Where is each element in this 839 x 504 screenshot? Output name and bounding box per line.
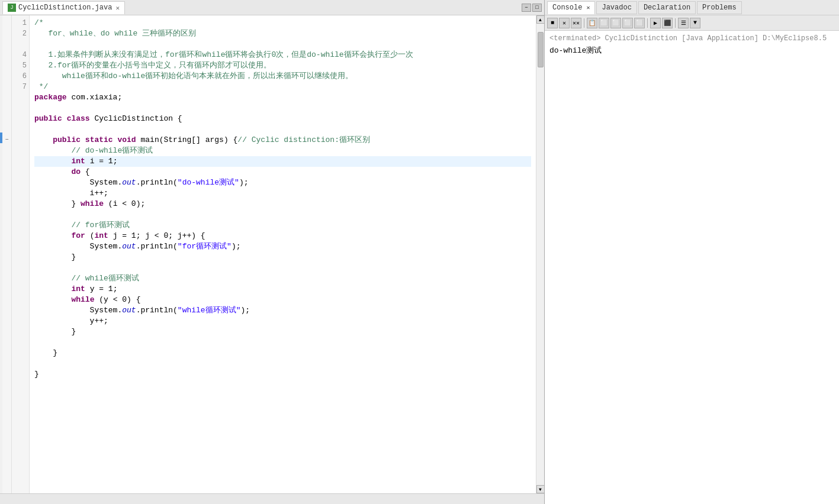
console-btn-8[interactable]: ⬜: [634, 18, 645, 28]
console-btn-3[interactable]: ✕✕: [571, 18, 581, 28]
console-tab-bar: Console ✕ Javadoc Declaration Problems: [545, 0, 839, 15]
code-line-19: [34, 209, 531, 220]
code-line-27: while (y < 0) {: [34, 295, 531, 305]
code-line-26: int y = 1;: [34, 284, 531, 295]
code-line-24: [34, 263, 531, 273]
code-line-15: do {: [34, 167, 531, 177]
scroll-arrow-down[interactable]: ▼: [536, 485, 545, 493]
toolbar-sep-2: [647, 18, 648, 28]
line-num-29: [12, 316, 29, 327]
editor-scrollbar[interactable]: ▲ ▼: [536, 15, 544, 493]
code-line-5: 2.for循环的变量在小括号当中定义，只有循环内部才可以使用。: [34, 60, 531, 71]
scroll-arrow-up[interactable]: ▲: [536, 15, 545, 24]
tab-javadoc[interactable]: Javadoc: [596, 1, 637, 14]
code-line-10: public class CyclicDistinction {: [34, 114, 531, 124]
line-num-19: [12, 209, 29, 220]
code-line-8: package com.xiaxia;: [34, 92, 531, 103]
line-num-14: [12, 156, 29, 167]
code-line-6: while循环和do-while循环初始化语句本来就在外面，所以出来循环可以继续…: [34, 71, 531, 82]
console-tab-close[interactable]: ✕: [586, 4, 590, 11]
line-num-31: [12, 337, 29, 348]
editor-body: − 1 2 4 5 6 7: [0, 15, 544, 493]
code-line-16: System.out.println("do-while测试");: [34, 177, 531, 188]
code-line-3: [34, 39, 531, 50]
line-numbers: 1 2 4 5 6 7: [12, 15, 30, 493]
line-num-15: [12, 167, 29, 177]
console-btn-6[interactable]: ⬜: [610, 18, 621, 28]
editor-bottom-bar: [0, 493, 544, 504]
code-line-35: [34, 380, 531, 390]
editor-tab[interactable]: J CyclicDistinction.java ✕: [2, 1, 125, 14]
tab-declaration[interactable]: Declaration: [638, 1, 696, 14]
line-num-18: [12, 199, 29, 209]
code-line-23: }: [34, 252, 531, 263]
collapse-gutter: −: [2, 15, 12, 493]
code-line-14: int i = 1;: [34, 156, 531, 167]
code-line-2: for、while、do while 三种循环的区别: [34, 28, 531, 39]
editor-tab-label: CyclicDistinction.java: [18, 4, 112, 12]
main-container: J CyclicDistinction.java ✕ − □ −: [0, 0, 839, 504]
console-body: <terminated> CyclicDistinction [Java App…: [545, 31, 839, 504]
toolbar-sep-1: [584, 18, 584, 28]
code-line-12: public static void main(String[] args) {…: [34, 135, 531, 146]
code-line-18: } while (i < 0);: [34, 199, 531, 209]
line-num-10: [12, 114, 29, 124]
console-btn-5[interactable]: ⬜: [599, 18, 609, 28]
console-btn-12[interactable]: ▼: [690, 18, 700, 28]
line-num-23: [12, 252, 29, 263]
line-num-4: 4: [12, 50, 29, 60]
line-num-34: [12, 369, 29, 380]
line-num-30: [12, 327, 29, 337]
code-line-28: System.out.println("while循环测试");: [34, 305, 531, 316]
line-num-2: 2: [12, 28, 29, 39]
line-num-9: [12, 103, 29, 114]
line-num-12: [12, 135, 29, 146]
line-num-8: [12, 92, 29, 103]
console-btn-10[interactable]: ⬛: [662, 18, 673, 28]
editor-window-controls: − □: [522, 4, 542, 12]
code-area[interactable]: /* for、while、do while 三种循环的区别 1.如果条件判断从来…: [30, 15, 536, 493]
console-btn-11[interactable]: ☰: [678, 18, 689, 28]
line-num-17: [12, 188, 29, 199]
collapse-marker-1[interactable]: [2, 18, 11, 28]
line-num-28: [12, 305, 29, 316]
console-btn-2[interactable]: ✕: [559, 18, 570, 28]
editor-tab-close[interactable]: ✕: [115, 4, 120, 12]
javadoc-tab-label: Javadoc: [602, 4, 631, 12]
line-num-5: 5: [12, 60, 29, 71]
declaration-tab-label: Declaration: [644, 4, 690, 12]
terminated-text: <terminated> CyclicDistinction [Java App…: [549, 34, 834, 43]
minimize-button[interactable]: −: [522, 4, 531, 12]
console-btn-4[interactable]: 📋: [587, 18, 597, 28]
line-num-3: [12, 39, 29, 50]
scroll-thumb[interactable]: [538, 32, 544, 67]
maximize-button[interactable]: □: [532, 4, 542, 12]
line-num-27: [12, 295, 29, 305]
code-line-1: /*: [34, 18, 531, 28]
console-panel: Console ✕ Javadoc Declaration Problems ■…: [545, 0, 839, 504]
line-num-20: [12, 220, 29, 231]
code-line-17: i++;: [34, 188, 531, 199]
code-line-13: // do-while循环测试: [34, 146, 531, 156]
code-line-11: [34, 124, 531, 135]
tab-problems[interactable]: Problems: [697, 1, 742, 14]
code-line-32: }: [34, 348, 531, 358]
editor-panel: J CyclicDistinction.java ✕ − □ −: [0, 0, 545, 504]
code-line-7: */: [34, 82, 531, 92]
tab-console[interactable]: Console ✕: [547, 1, 595, 14]
line-num-22: [12, 241, 29, 252]
code-line-29: y++;: [34, 316, 531, 327]
console-btn-1[interactable]: ■: [547, 18, 558, 28]
collapse-marker-main[interactable]: −: [2, 135, 11, 146]
code-line-34: }: [34, 369, 531, 380]
console-output: do-while测试: [549, 45, 834, 56]
line-num-35: [12, 380, 29, 390]
code-line-22: System.out.println("for循环测试");: [34, 241, 531, 252]
line-num-21: [12, 231, 29, 241]
toolbar-sep-3: [675, 18, 676, 28]
line-num-26: [12, 284, 29, 295]
line-num-24: [12, 263, 29, 273]
console-btn-9[interactable]: ▶: [650, 18, 661, 28]
console-btn-7[interactable]: ⬜: [622, 18, 633, 28]
editor-tab-bar: J CyclicDistinction.java ✕ − □: [0, 0, 544, 15]
